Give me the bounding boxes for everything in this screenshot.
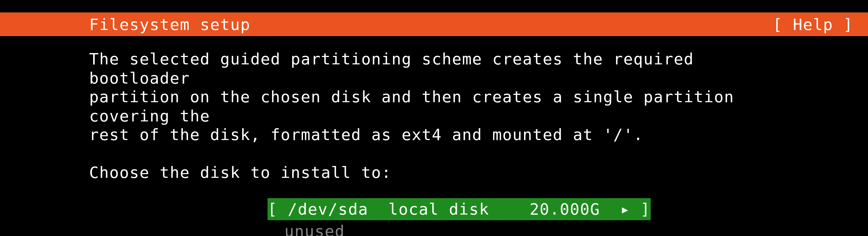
arrow-right-icon: ▸ xyxy=(620,199,630,219)
bracket-close: ] xyxy=(630,200,650,218)
spacer xyxy=(600,200,620,218)
spacer xyxy=(489,200,530,218)
description-text: The selected guided partitioning scheme … xyxy=(89,50,779,145)
prompt-text: Choose the disk to install to: xyxy=(89,163,779,182)
spacer xyxy=(368,200,388,218)
disk-device: /dev/sda xyxy=(287,200,368,218)
help-button[interactable]: [ Help ] xyxy=(773,14,853,34)
header-bar: Filesystem setup [ Help ] xyxy=(0,12,868,36)
main-content: The selected guided partitioning scheme … xyxy=(0,36,868,236)
page-title: Filesystem setup xyxy=(89,14,250,34)
disk-selector: [ /dev/sda local disk 20.000G ▸ ] unused xyxy=(268,198,779,236)
bracket-open: [ xyxy=(268,200,287,218)
disk-option-sda[interactable]: [ /dev/sda local disk 20.000G ▸ ] xyxy=(268,198,650,220)
disk-size: 20.000G xyxy=(530,200,600,218)
disk-status: unused xyxy=(284,221,779,236)
top-spacer xyxy=(0,0,868,12)
disk-type: local disk xyxy=(389,200,489,218)
